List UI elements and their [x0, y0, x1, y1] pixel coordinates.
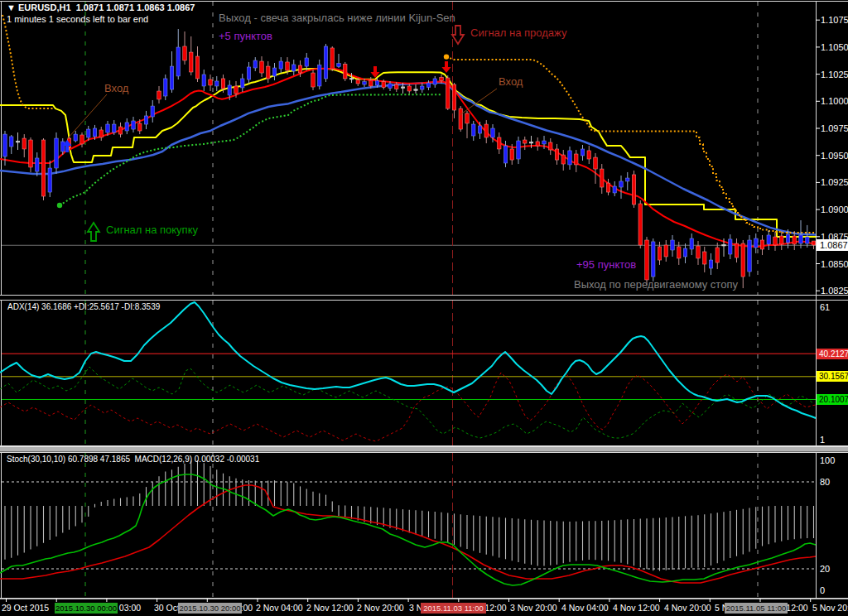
sell-arrow-icon[interactable] [441, 61, 450, 73]
candle-body [99, 130, 104, 137]
candle-body [292, 65, 296, 71]
candle-body [619, 181, 624, 187]
annotation-entry1[interactable]: Вход [104, 83, 128, 94]
overlay-slow_ma_blue [0, 83, 816, 235]
annotation-plus95[interactable]: +95 пунктов [576, 259, 636, 270]
candle-body [22, 138, 26, 149]
candle-body [388, 84, 393, 88]
candle-body [87, 129, 91, 137]
candle-body [754, 238, 759, 248]
candle-body [652, 242, 656, 277]
candle-body [504, 146, 508, 163]
pane-splitter[interactable] [0, 447, 848, 452]
time-event-badge[interactable]: 2015.10.30 20:00 [178, 603, 242, 614]
candle-body [510, 149, 514, 160]
candle-body [575, 154, 579, 165]
adx-level-badge[interactable]: 20.1007 [817, 394, 848, 405]
adx-series-minus_di [0, 373, 816, 441]
candle-body [542, 141, 547, 144]
time-label: 4 Nov 20:00 [664, 604, 711, 613]
candle-body [337, 64, 341, 67]
annotation-plus5[interactable]: +5 пунктов [219, 31, 272, 41]
candle-body [106, 124, 110, 132]
candle-body [61, 142, 65, 152]
candle-body [176, 47, 181, 76]
time-label: 2 Nov 04:00 [256, 604, 303, 613]
time-label: 5 Nov 20:00 [812, 604, 848, 613]
candle-body [549, 142, 553, 150]
candle-body [459, 108, 463, 129]
time-event-badge[interactable]: 2015.10.30 00:00 [55, 603, 118, 614]
candle-body [600, 169, 605, 187]
candle-body [812, 241, 816, 245]
candle-body [74, 134, 78, 141]
sell-signal-arrow-icon[interactable] [452, 26, 464, 44]
candle-body [241, 79, 245, 88]
candle-body [696, 246, 701, 258]
candle-body [132, 121, 136, 129]
candle-body [529, 142, 533, 143]
candle-body [286, 62, 290, 70]
symbol-title[interactable]: ▼ EURUSD,H1 1.0871 1.0871 1.0863 1.0867 [7, 3, 195, 12]
candle-body [209, 79, 213, 85]
candle-body [247, 67, 251, 79]
annotation-entry2[interactable]: Вход [499, 76, 523, 87]
overlay-trail_long_green [60, 94, 441, 205]
stoch-scale-label: 100 [820, 456, 835, 465]
candle-body [253, 60, 258, 68]
candle-body [632, 175, 636, 205]
candle-body [613, 186, 617, 193]
ohlc-readout: 1.0871 1.0871 1.0863 1.0867 [76, 2, 195, 12]
candle-body [536, 142, 540, 146]
annotation-sell_signal[interactable]: Сигнал на продажу [470, 27, 566, 38]
candle-body [786, 234, 790, 243]
bar-countdown: 1 minutes 1 seconds left to bar end [7, 15, 148, 24]
buy-signal-arrow-icon[interactable] [88, 223, 99, 241]
candle-body [48, 168, 52, 192]
candle-body [234, 86, 238, 94]
candle-body [683, 248, 687, 257]
adx-indicator-label: ADX(14) 36.1686 +DI:25.5617 -DI:8.3539 [7, 303, 160, 311]
candle-body [465, 113, 470, 123]
candle-body [144, 116, 148, 124]
candle-body [773, 237, 778, 245]
price-label: 1.0900 [821, 205, 848, 214]
stoch-scale-label: 0 [820, 586, 825, 595]
candle-body [440, 77, 444, 80]
candle-body [709, 260, 713, 268]
candle-body [3, 134, 7, 156]
time-label: 2 Nov 12:00 [306, 604, 354, 613]
stoch-scale-label: 20 [820, 565, 830, 574]
adx-scale-bottom: 1 [820, 436, 825, 445]
candle-body [260, 61, 264, 73]
time-event-badge[interactable]: 2015.11.05 11:00 [725, 603, 788, 614]
candle-body [767, 235, 771, 244]
candle-body [780, 236, 784, 244]
candle-body [645, 240, 649, 280]
candle-body [484, 124, 489, 137]
candle-body [41, 140, 46, 196]
candle-body [716, 248, 720, 262]
adx-level-badge[interactable]: 30.1567 [817, 371, 848, 382]
trail-flip-dot-orange [444, 54, 449, 59]
adx-series-adx [0, 302, 816, 418]
candle-body [426, 83, 431, 87]
time-event-badge[interactable]: 2015.11.03 11:00 [421, 603, 486, 614]
candle-body [806, 237, 810, 243]
candle-body [10, 137, 14, 147]
dropdown-icon[interactable]: ▼ [7, 2, 16, 12]
annotation-buy_signal[interactable]: Сигнал на покупку [106, 224, 198, 235]
candles [3, 29, 816, 288]
annotation-exit_stop[interactable]: Выход по передвигаемому стопу [574, 279, 738, 290]
candle-body [568, 151, 572, 165]
candle-body [748, 240, 752, 272]
candle-body [311, 73, 316, 87]
time-label: 4 Nov 12:00 [613, 604, 660, 613]
adx-level-badge[interactable]: 40.2127 [817, 349, 848, 359]
candle-body [446, 78, 450, 108]
candle-body [183, 46, 187, 60]
candle-body [741, 243, 745, 277]
annotation-exit_kijun[interactable]: Выход - свеча закрылась ниже линии Kijun… [219, 12, 455, 23]
candle-body [267, 66, 271, 79]
price-label: 1.0950 [821, 152, 848, 161]
